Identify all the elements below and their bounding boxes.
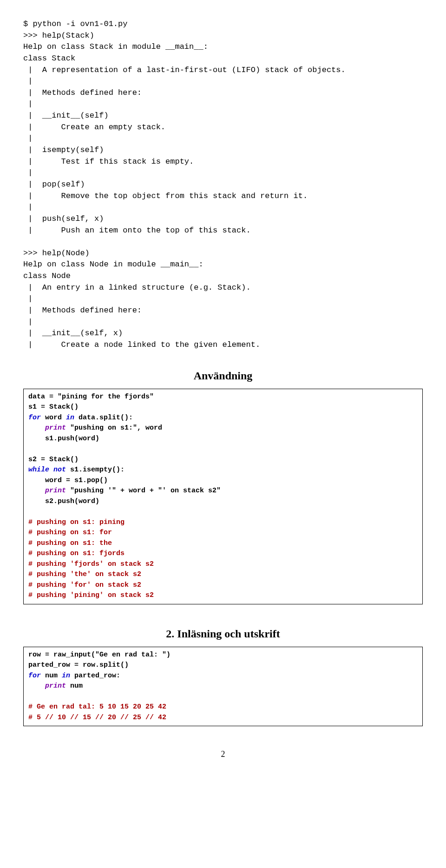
code-text: "pushing '" + word + "' on stack s2": [66, 487, 221, 495]
comment-line: # pushing on s1: for: [28, 529, 112, 537]
comment-line: # pushing on s1: pining: [28, 518, 125, 526]
keyword-for: for: [28, 672, 41, 680]
comment-line: # pushing 'fjords' on stack s2: [28, 560, 154, 568]
keyword-not: not: [53, 466, 66, 474]
code-text: num: [66, 682, 83, 690]
keyword-while: while: [28, 466, 49, 474]
code-indent: [28, 682, 45, 690]
code-line: s1 = Stack(): [28, 403, 79, 411]
section-heading-io: 2. Inläsning och utskrift: [23, 628, 423, 640]
code-line: word = s1.pop(): [28, 477, 108, 484]
code-block-io: row = raw_input("Ge en rad tal: ") parte…: [23, 647, 423, 727]
code-text: parted_row:: [70, 672, 120, 680]
builtin-print: print: [45, 487, 66, 495]
code-text: num: [41, 672, 62, 680]
keyword-in: in: [62, 672, 70, 680]
code-indent: [28, 487, 45, 495]
code-text: [49, 466, 53, 474]
terminal-output: $ python -i ovn1-01.py >>> help(Stack) H…: [23, 19, 423, 351]
code-block-usage: data = "pining for the fjords" s1 = Stac…: [23, 389, 423, 604]
code-text: s1.isempty():: [66, 466, 125, 474]
builtin-print: print: [45, 424, 66, 432]
comment-line: # 5 // 10 // 15 // 20 // 25 // 42: [28, 714, 166, 722]
code-line: s2.push(word): [28, 497, 99, 505]
code-line: s2 = Stack(): [28, 456, 79, 464]
code-text: data.split():: [74, 414, 133, 422]
comment-line: # pushing on s1: fjords: [28, 550, 125, 557]
section-heading-usage: Användning: [23, 370, 423, 382]
code-line: data = "pining for the fjords": [28, 393, 154, 401]
comment-line: # pushing 'for' on stack s2: [28, 581, 141, 589]
builtin-print: print: [45, 682, 66, 690]
comment-line: # Ge en rad tal: 5 10 15 20 25 42: [28, 703, 166, 711]
keyword-for: for: [28, 414, 41, 422]
code-line: s1.push(word): [28, 435, 99, 443]
code-text: word: [41, 414, 66, 422]
keyword-in: in: [66, 414, 74, 422]
code-text: "pushing on s1:", word: [66, 424, 162, 432]
code-line: parted_row = row.split(): [28, 661, 129, 669]
comment-line: # pushing 'pining' on stack s2: [28, 591, 154, 599]
code-indent: [28, 424, 45, 432]
page-number: 2: [23, 749, 423, 759]
code-line: row = raw_input("Ge en rad tal: "): [28, 651, 171, 659]
comment-line: # pushing 'the' on stack s2: [28, 570, 141, 578]
comment-line: # pushing on s1: the: [28, 539, 112, 547]
